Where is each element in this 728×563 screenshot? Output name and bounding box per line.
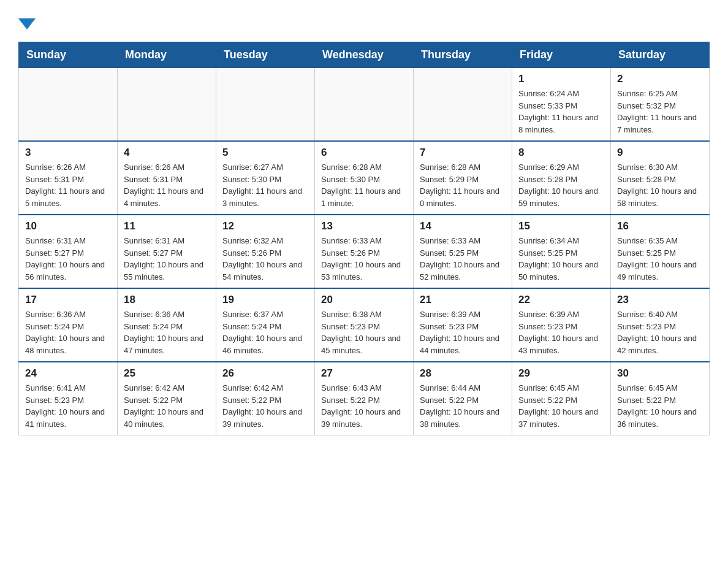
calendar-cell: 16Sunrise: 6:35 AMSunset: 5:25 PMDayligh… xyxy=(611,215,710,288)
day-number: 6 xyxy=(321,147,407,159)
day-info: Sunrise: 6:45 AMSunset: 5:22 PMDaylight:… xyxy=(617,382,703,430)
calendar-week-row: 3Sunrise: 6:26 AMSunset: 5:31 PMDaylight… xyxy=(19,141,710,215)
day-info: Sunrise: 6:31 AMSunset: 5:27 PMDaylight:… xyxy=(124,235,210,283)
day-number: 29 xyxy=(518,367,604,380)
day-number: 30 xyxy=(617,367,703,380)
day-number: 17 xyxy=(25,294,111,306)
calendar-cell: 7Sunrise: 6:28 AMSunset: 5:29 PMDaylight… xyxy=(414,141,512,215)
calendar-cell xyxy=(315,68,414,142)
calendar-cell: 25Sunrise: 6:42 AMSunset: 5:22 PMDayligh… xyxy=(118,362,216,435)
page-header xyxy=(18,18,710,29)
day-info: Sunrise: 6:30 AMSunset: 5:28 PMDaylight:… xyxy=(617,161,703,209)
day-number: 27 xyxy=(321,367,407,380)
calendar-cell xyxy=(216,68,315,142)
column-header-sunday: Sunday xyxy=(19,42,118,68)
calendar-cell: 2Sunrise: 6:25 AMSunset: 5:32 PMDaylight… xyxy=(611,68,710,142)
calendar-cell: 26Sunrise: 6:42 AMSunset: 5:22 PMDayligh… xyxy=(216,362,315,435)
day-info: Sunrise: 6:31 AMSunset: 5:27 PMDaylight:… xyxy=(25,235,111,283)
day-info: Sunrise: 6:44 AMSunset: 5:22 PMDaylight:… xyxy=(420,382,506,430)
day-number: 10 xyxy=(25,220,111,232)
day-number: 19 xyxy=(222,294,308,306)
logo xyxy=(18,18,37,29)
day-info: Sunrise: 6:25 AMSunset: 5:32 PMDaylight:… xyxy=(617,88,703,136)
day-info: Sunrise: 6:45 AMSunset: 5:22 PMDaylight:… xyxy=(518,382,604,430)
day-number: 22 xyxy=(518,294,604,306)
calendar-cell: 4Sunrise: 6:26 AMSunset: 5:31 PMDaylight… xyxy=(118,141,216,215)
calendar-cell: 18Sunrise: 6:36 AMSunset: 5:24 PMDayligh… xyxy=(118,288,216,362)
day-number: 13 xyxy=(321,220,407,232)
calendar-cell: 27Sunrise: 6:43 AMSunset: 5:22 PMDayligh… xyxy=(315,362,414,435)
day-info: Sunrise: 6:26 AMSunset: 5:31 PMDaylight:… xyxy=(25,161,111,209)
calendar-cell: 11Sunrise: 6:31 AMSunset: 5:27 PMDayligh… xyxy=(118,215,216,288)
day-number: 20 xyxy=(321,294,407,306)
day-info: Sunrise: 6:40 AMSunset: 5:23 PMDaylight:… xyxy=(617,308,703,356)
calendar-header-row: SundayMondayTuesdayWednesdayThursdayFrid… xyxy=(19,42,710,68)
calendar-cell: 9Sunrise: 6:30 AMSunset: 5:28 PMDaylight… xyxy=(611,141,710,215)
day-info: Sunrise: 6:32 AMSunset: 5:26 PMDaylight:… xyxy=(222,235,308,283)
calendar-week-row: 24Sunrise: 6:41 AMSunset: 5:23 PMDayligh… xyxy=(19,362,710,435)
calendar-cell: 15Sunrise: 6:34 AMSunset: 5:25 PMDayligh… xyxy=(512,215,611,288)
day-info: Sunrise: 6:34 AMSunset: 5:25 PMDaylight:… xyxy=(518,235,604,283)
calendar-cell: 28Sunrise: 6:44 AMSunset: 5:22 PMDayligh… xyxy=(414,362,512,435)
day-number: 8 xyxy=(518,147,604,159)
calendar-week-row: 1Sunrise: 6:24 AMSunset: 5:33 PMDaylight… xyxy=(19,68,710,142)
day-number: 3 xyxy=(25,147,111,159)
calendar-cell: 17Sunrise: 6:36 AMSunset: 5:24 PMDayligh… xyxy=(19,288,118,362)
calendar-cell: 13Sunrise: 6:33 AMSunset: 5:26 PMDayligh… xyxy=(315,215,414,288)
day-info: Sunrise: 6:39 AMSunset: 5:23 PMDaylight:… xyxy=(420,308,506,356)
logo-triangle-icon xyxy=(18,18,36,29)
calendar-cell: 30Sunrise: 6:45 AMSunset: 5:22 PMDayligh… xyxy=(611,362,710,435)
day-number: 12 xyxy=(222,220,308,232)
calendar-cell: 14Sunrise: 6:33 AMSunset: 5:25 PMDayligh… xyxy=(414,215,512,288)
day-number: 14 xyxy=(420,220,506,232)
calendar-cell: 19Sunrise: 6:37 AMSunset: 5:24 PMDayligh… xyxy=(216,288,315,362)
day-info: Sunrise: 6:36 AMSunset: 5:24 PMDaylight:… xyxy=(124,308,210,356)
column-header-friday: Friday xyxy=(512,42,611,68)
day-number: 5 xyxy=(222,147,308,159)
calendar-cell: 23Sunrise: 6:40 AMSunset: 5:23 PMDayligh… xyxy=(611,288,710,362)
calendar-cell: 21Sunrise: 6:39 AMSunset: 5:23 PMDayligh… xyxy=(414,288,512,362)
day-info: Sunrise: 6:41 AMSunset: 5:23 PMDaylight:… xyxy=(25,382,111,430)
day-number: 25 xyxy=(124,367,210,380)
day-info: Sunrise: 6:38 AMSunset: 5:23 PMDaylight:… xyxy=(321,308,407,356)
calendar-cell: 8Sunrise: 6:29 AMSunset: 5:28 PMDaylight… xyxy=(512,141,611,215)
day-number: 21 xyxy=(420,294,506,306)
column-header-monday: Monday xyxy=(118,42,216,68)
day-info: Sunrise: 6:29 AMSunset: 5:28 PMDaylight:… xyxy=(518,161,604,209)
calendar-table: SundayMondayTuesdayWednesdayThursdayFrid… xyxy=(18,42,710,435)
day-info: Sunrise: 6:26 AMSunset: 5:31 PMDaylight:… xyxy=(124,161,210,209)
day-number: 28 xyxy=(420,367,506,380)
day-number: 23 xyxy=(617,294,703,306)
column-header-tuesday: Tuesday xyxy=(216,42,315,68)
calendar-cell: 20Sunrise: 6:38 AMSunset: 5:23 PMDayligh… xyxy=(315,288,414,362)
day-info: Sunrise: 6:27 AMSunset: 5:30 PMDaylight:… xyxy=(222,161,308,209)
calendar-cell: 3Sunrise: 6:26 AMSunset: 5:31 PMDaylight… xyxy=(19,141,118,215)
calendar-cell xyxy=(414,68,512,142)
day-number: 1 xyxy=(518,73,604,85)
calendar-cell: 5Sunrise: 6:27 AMSunset: 5:30 PMDaylight… xyxy=(216,141,315,215)
day-number: 9 xyxy=(617,147,703,159)
day-number: 2 xyxy=(617,73,703,85)
calendar-cell: 6Sunrise: 6:28 AMSunset: 5:30 PMDaylight… xyxy=(315,141,414,215)
calendar-week-row: 17Sunrise: 6:36 AMSunset: 5:24 PMDayligh… xyxy=(19,288,710,362)
day-info: Sunrise: 6:24 AMSunset: 5:33 PMDaylight:… xyxy=(518,88,604,136)
calendar-cell xyxy=(118,68,216,142)
column-header-wednesday: Wednesday xyxy=(315,42,414,68)
day-number: 11 xyxy=(124,220,210,232)
day-number: 26 xyxy=(222,367,308,380)
day-info: Sunrise: 6:42 AMSunset: 5:22 PMDaylight:… xyxy=(124,382,210,430)
calendar-cell: 29Sunrise: 6:45 AMSunset: 5:22 PMDayligh… xyxy=(512,362,611,435)
calendar-cell xyxy=(19,68,118,142)
calendar-cell: 22Sunrise: 6:39 AMSunset: 5:23 PMDayligh… xyxy=(512,288,611,362)
day-number: 18 xyxy=(124,294,210,306)
calendar-cell: 12Sunrise: 6:32 AMSunset: 5:26 PMDayligh… xyxy=(216,215,315,288)
day-info: Sunrise: 6:39 AMSunset: 5:23 PMDaylight:… xyxy=(518,308,604,356)
day-info: Sunrise: 6:37 AMSunset: 5:24 PMDaylight:… xyxy=(222,308,308,356)
day-info: Sunrise: 6:42 AMSunset: 5:22 PMDaylight:… xyxy=(222,382,308,430)
calendar-cell: 1Sunrise: 6:24 AMSunset: 5:33 PMDaylight… xyxy=(512,68,611,142)
day-number: 15 xyxy=(518,220,604,232)
column-header-saturday: Saturday xyxy=(611,42,710,68)
calendar-cell: 10Sunrise: 6:31 AMSunset: 5:27 PMDayligh… xyxy=(19,215,118,288)
day-number: 24 xyxy=(25,367,111,380)
day-number: 7 xyxy=(420,147,506,159)
